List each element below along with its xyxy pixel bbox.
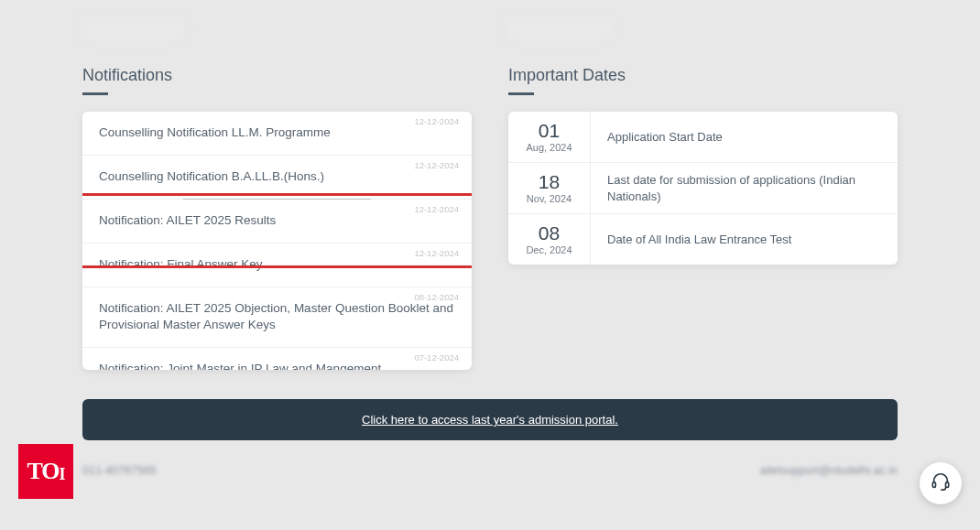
toi-logo: TOI xyxy=(18,444,73,499)
date-description: Date of All India Law Entrance Test xyxy=(591,222,898,257)
portal-link-text: Click here to access last year's admissi… xyxy=(362,413,618,427)
notification-date: 12-12-2024 xyxy=(414,203,459,215)
notification-date: 12-12-2024 xyxy=(414,115,459,127)
date-month: Nov, 2024 xyxy=(508,193,590,204)
date-day: 08 xyxy=(508,223,590,243)
date-day: 01 xyxy=(508,121,590,140)
date-row: 01 Aug, 2024 Application Start Date xyxy=(508,112,898,163)
support-headset-button[interactable] xyxy=(920,462,962,504)
date-month: Dec, 2024 xyxy=(508,244,590,255)
footer-phone: 011-40787565 xyxy=(82,464,157,477)
important-dates-heading: Important Dates xyxy=(508,66,898,85)
heading-underline xyxy=(508,92,534,95)
important-dates-card: 01 Aug, 2024 Application Start Date 18 N… xyxy=(508,112,898,265)
notifications-section: Notifications Counselling Notification L… xyxy=(82,66,472,370)
date-day: 18 xyxy=(508,172,590,191)
notification-item[interactable]: Notification: AILET 2025 Results 12-12-2… xyxy=(82,200,472,243)
notification-title: Notification: AILET 2025 Results xyxy=(99,213,276,227)
notification-title: Counselling Notification LL.M. Programme xyxy=(99,125,331,139)
date-description: Last date for submission of applications… xyxy=(591,163,898,213)
blur-placeholder xyxy=(508,18,609,38)
footer-row: 011-40787565 ailetsupport@nludelhi.ac.in xyxy=(82,464,898,477)
logo-text-small: I xyxy=(60,465,65,484)
footer-email: ailetsupport@nludelhi.ac.in xyxy=(760,464,898,477)
notification-title: Counselling Notification B.A.LL.B.(Hons.… xyxy=(99,169,324,183)
heading-underline xyxy=(82,92,108,95)
date-description: Application Start Date xyxy=(591,120,898,155)
notification-date: 08-12-2024 xyxy=(414,291,459,303)
notifications-heading: Notifications xyxy=(82,66,472,85)
headset-icon xyxy=(931,471,951,495)
date-month: Aug, 2024 xyxy=(508,142,590,153)
page-container: Notifications Counselling Notification L… xyxy=(0,0,980,477)
notification-item[interactable]: Notification: Joint Master in IP Law and… xyxy=(82,348,472,370)
notification-item[interactable]: Counselling Notification B.A.LL.B.(Hons.… xyxy=(82,156,472,200)
notification-item[interactable]: Notification: AILET 2025 Objection, Mast… xyxy=(82,287,472,349)
notification-date: 07-12-2024 xyxy=(414,352,459,363)
date-left-cell: 01 Aug, 2024 xyxy=(508,112,591,162)
svg-rect-0 xyxy=(932,482,935,488)
date-row: 18 Nov, 2024 Last date for submission of… xyxy=(508,163,898,214)
notification-date: 12-12-2024 xyxy=(414,159,459,171)
important-dates-section: Important Dates 01 Aug, 2024 Application… xyxy=(508,66,898,370)
notification-title: Notification: AILET 2025 Objection, Mast… xyxy=(99,301,453,332)
svg-rect-1 xyxy=(946,482,949,488)
date-left-cell: 18 Nov, 2024 xyxy=(508,163,591,213)
notifications-card: Counselling Notification LL.M. Programme… xyxy=(82,112,472,370)
notification-item[interactable]: Notification: Final Answer Key 12-12-202… xyxy=(82,243,472,287)
notification-title: Notification: Joint Master in IP Law and… xyxy=(99,362,381,370)
logo-text-big: TO xyxy=(27,458,59,485)
notification-date: 12-12-2024 xyxy=(414,247,459,259)
date-row: 08 Dec, 2024 Date of All India Law Entra… xyxy=(508,214,898,265)
notification-item[interactable]: Counselling Notification LL.M. Programme… xyxy=(82,112,472,156)
date-left-cell: 08 Dec, 2024 xyxy=(508,214,591,265)
blur-placeholder xyxy=(82,18,183,38)
notification-title: Notification: Final Answer Key xyxy=(99,257,263,271)
top-nav-placeholder xyxy=(82,18,898,38)
last-year-portal-link[interactable]: Click here to access last year's admissi… xyxy=(82,399,898,440)
